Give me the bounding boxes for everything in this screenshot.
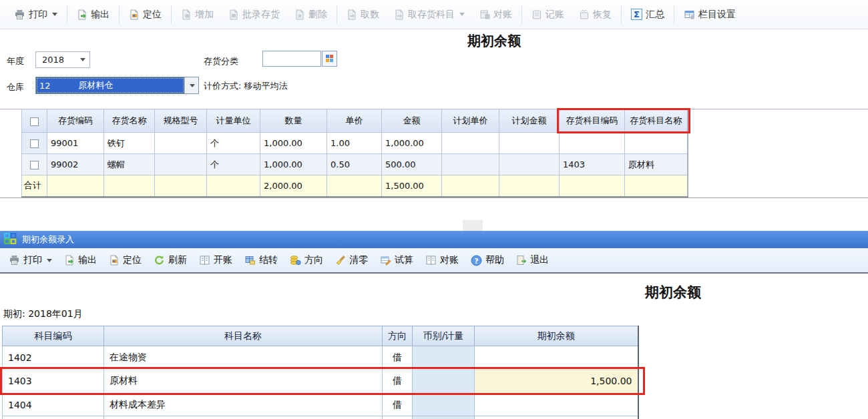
warehouse-name: 原材料仓 xyxy=(79,79,114,91)
inventory-table-header-row: 存货编码 存货名称 规格型号 计量单位 数量 单价 金额 计划单价 计划金额 存… xyxy=(22,109,688,133)
page-title: 期初余额 xyxy=(427,32,561,50)
toolbar-separator xyxy=(521,5,522,24)
locate-icon xyxy=(109,255,120,266)
direction-button[interactable]: 方向 xyxy=(284,250,329,271)
cell-price[interactable]: 0.50 xyxy=(327,154,382,175)
locate-button[interactable]: 定位 xyxy=(103,250,148,271)
top-toolbar: 打印 输出 定位 增加 批录存货 xyxy=(0,0,868,29)
batch-entry-icon xyxy=(228,9,239,20)
post-label: 记账 xyxy=(546,9,564,21)
export-icon xyxy=(64,255,75,266)
restore-icon xyxy=(579,9,590,20)
cell-plan-price[interactable] xyxy=(442,154,499,175)
select-all-checkbox[interactable] xyxy=(30,117,39,126)
valuation-value: 移动平均法 xyxy=(244,81,288,91)
refresh-button[interactable]: 刷新 xyxy=(148,250,193,271)
cell-code: 99002 xyxy=(47,154,104,175)
page-title: 期初余额 xyxy=(645,283,718,302)
cell xyxy=(104,416,383,419)
splitter-handle[interactable] xyxy=(463,220,483,231)
screen: 打印 输出 定位 增加 批录存货 xyxy=(0,0,868,419)
open-books-button[interactable]: 开账 xyxy=(193,250,238,271)
toolbar-separator xyxy=(674,5,674,24)
help-button[interactable]: ? 帮助 xyxy=(465,250,510,271)
print-button[interactable]: 打印 xyxy=(7,4,65,25)
cell-direction: 借 xyxy=(383,394,413,416)
cell-unit: 个 xyxy=(207,154,260,175)
cell-direction: 借 xyxy=(383,346,413,369)
cell-opening-balance[interactable] xyxy=(475,394,638,416)
clear-button[interactable]: 清零 xyxy=(329,250,374,271)
warehouse-selected-option: 12 原材料仓 xyxy=(36,77,184,93)
warehouse-code: 12 xyxy=(39,81,51,91)
trial-balance-button[interactable]: 试算 xyxy=(374,250,419,271)
cell xyxy=(207,175,260,197)
cell-account-code[interactable] xyxy=(560,133,625,154)
column-header-direction: 方向 xyxy=(383,326,413,346)
cell xyxy=(155,175,207,197)
cell-direction: 借 xyxy=(383,369,413,394)
cell-account-code: 1404 xyxy=(3,394,104,416)
cell-plan-price[interactable] xyxy=(442,133,499,154)
cell-opening-balance[interactable] xyxy=(475,346,638,369)
delete-button: 删除 xyxy=(287,4,335,25)
total-amount-cell: 1,500.00 xyxy=(382,175,442,197)
table-row: 99001 铁钉 个 1,000.00 1.00 1,000.00 xyxy=(22,133,688,154)
category-input[interactable] xyxy=(262,51,321,67)
fetch-data-label: 取数 xyxy=(361,9,379,21)
cell-account-code[interactable]: 1403 xyxy=(560,154,625,175)
row-select-cell xyxy=(22,133,47,154)
column-header-plan-price: 计划单价 xyxy=(442,109,499,133)
post-icon xyxy=(531,9,542,20)
bottom-toolbar: 打印 输出 定位 刷新 开账 结转 xyxy=(0,248,868,274)
export-icon xyxy=(77,9,87,20)
cell-qty[interactable]: 1,000.00 xyxy=(260,133,327,154)
print-button[interactable]: 打印 xyxy=(3,250,58,271)
cell-opening-balance[interactable]: 1,500.00 xyxy=(475,369,638,394)
column-settings-button[interactable]: 栏目设置 xyxy=(676,4,743,25)
column-header-unit: 计量单位 xyxy=(207,109,260,133)
cell-qty[interactable]: 1,000.00 xyxy=(260,154,327,175)
year-value: 2018 xyxy=(42,55,64,65)
column-header-amount: 金额 xyxy=(382,109,442,133)
cell xyxy=(47,175,104,197)
cell-plan-amount[interactable] xyxy=(499,133,560,154)
cell xyxy=(499,175,560,197)
cell-name: 螺帽 xyxy=(104,154,155,175)
cell-price[interactable]: 1.00 xyxy=(327,133,382,154)
cell-account-name[interactable] xyxy=(625,133,688,154)
reconcile-button[interactable]: 对账 xyxy=(419,250,465,271)
locate-icon xyxy=(129,9,140,20)
row-checkbox[interactable] xyxy=(30,161,39,169)
cell-spec xyxy=(155,154,207,175)
export-button[interactable]: 输出 xyxy=(58,250,103,271)
account-balance-table: 科目编码 科目名称 方向 币别/计量 期初余额 1402 在途物资 借 1403… xyxy=(2,326,639,419)
colored-grid-app-icon xyxy=(4,233,17,247)
print-label: 打印 xyxy=(23,254,42,266)
warehouse-select[interactable]: 12 原材料仓 xyxy=(35,77,199,94)
cell-amount[interactable]: 500.00 xyxy=(382,154,442,175)
cell xyxy=(327,175,382,197)
reconcile-label: 对账 xyxy=(440,254,459,266)
export-label: 输出 xyxy=(91,9,110,21)
export-label: 输出 xyxy=(78,254,97,266)
cell-amount[interactable]: 1,000.00 xyxy=(382,133,442,154)
cell-account-name[interactable]: 原材料 xyxy=(625,154,688,175)
trial-balance-icon xyxy=(380,255,391,266)
locate-button[interactable]: 定位 xyxy=(122,4,169,25)
exit-icon xyxy=(516,255,527,266)
year-select[interactable]: 2018 xyxy=(35,51,90,68)
warehouse-dropdown-arrow[interactable] xyxy=(184,77,198,93)
cell-plan-amount[interactable] xyxy=(499,154,560,175)
exit-label: 退出 xyxy=(530,254,549,266)
inventory-table: 存货编码 存货名称 规格型号 计量单位 数量 单价 金额 计划单价 计划金额 存… xyxy=(21,109,688,197)
summary-button[interactable]: Σ 汇总 xyxy=(624,4,672,25)
exit-button[interactable]: 退出 xyxy=(510,250,555,271)
row-checkbox[interactable] xyxy=(30,139,39,148)
valuation-label: 计价方式: xyxy=(204,81,241,91)
category-picker-button[interactable] xyxy=(322,51,337,67)
export-button[interactable]: 输出 xyxy=(69,4,117,25)
window-titlebar[interactable]: 期初余额录入 xyxy=(0,231,868,248)
column-settings-icon xyxy=(684,9,695,20)
carryover-button[interactable]: 结转 xyxy=(238,250,284,271)
